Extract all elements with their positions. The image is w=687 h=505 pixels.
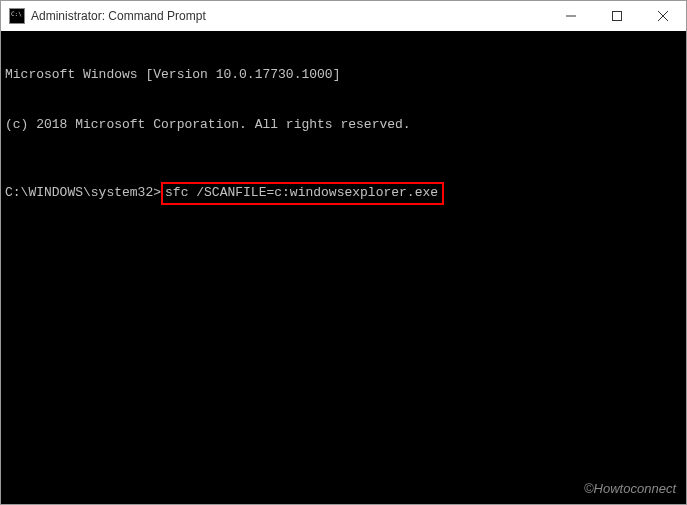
command-highlight: sfc /SCANFILE=c:windowsexplorer.exe [161, 182, 444, 205]
svg-rect-1 [613, 12, 622, 21]
maximize-button[interactable] [594, 1, 640, 31]
window-controls [548, 1, 686, 31]
prompt-line: C:\WINDOWS\system32>sfc /SCANFILE=c:wind… [5, 182, 682, 205]
titlebar-left: Administrator: Command Prompt [9, 8, 206, 24]
titlebar[interactable]: Administrator: Command Prompt [1, 1, 686, 31]
command-prompt-window: Administrator: Command Prompt Microsoft … [0, 0, 687, 505]
copyright-line: (c) 2018 Microsoft Corporation. All righ… [5, 117, 682, 134]
window-title: Administrator: Command Prompt [31, 9, 206, 23]
cmd-icon [9, 8, 25, 24]
command-text: sfc /SCANFILE=c:windowsexplorer.exe [165, 185, 438, 200]
terminal-area[interactable]: Microsoft Windows [Version 10.0.17730.10… [1, 31, 686, 504]
prompt-text: C:\WINDOWS\system32> [5, 185, 161, 202]
version-line: Microsoft Windows [Version 10.0.17730.10… [5, 67, 682, 84]
close-button[interactable] [640, 1, 686, 31]
minimize-button[interactable] [548, 1, 594, 31]
watermark: ©Howtoconnect [584, 481, 676, 498]
